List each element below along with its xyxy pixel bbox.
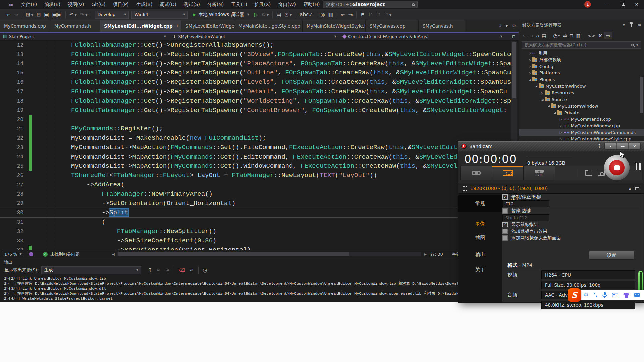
expanded-arrow-icon[interactable]: ◢: [534, 84, 539, 88]
code-line[interactable]: 15FGlobalTabmanager::Get()->RegisterTabS…: [0, 68, 511, 78]
solution-search-input[interactable]: 搜索解决方案资源管理器(Ctrl+;) ▼: [522, 41, 641, 49]
code-line[interactable]: 24MyCommandsList->MapAction(FMyCommands:…: [0, 153, 511, 162]
collapse-arrow-icon[interactable]: ▲: [629, 187, 631, 190]
previous-message-icon[interactable]: ↞: [155, 267, 163, 273]
menu-item[interactable]: 工具(T): [227, 0, 251, 9]
code-line[interactable]: 26TSharedRef<FTabManager::FLayout> LayOu…: [0, 171, 511, 180]
platform-select[interactable]: Win64▼: [131, 11, 188, 19]
menu-item[interactable]: 视图(V): [64, 0, 88, 9]
editor-horizontal-scrollbar[interactable]: [117, 252, 421, 256]
tab-device-recording[interactable]: HDMI: [524, 166, 555, 180]
bookmark-next-icon[interactable]: ⚐: [374, 12, 382, 18]
restore-button[interactable]: [614, 0, 629, 9]
nav-forward-icon[interactable]: →: [12, 12, 20, 18]
screenshot-camera-icon[interactable]: [598, 171, 605, 176]
configuration-select[interactable]: Develop▼: [95, 11, 129, 19]
scroll-left-arrow[interactable]: ◀: [112, 250, 115, 258]
redo-icon[interactable]: ↷▼: [78, 12, 89, 18]
collapsed-arrow-icon[interactable]: ▷: [528, 65, 532, 68]
code-line[interactable]: 12FGlobalTabmanager::Get()->UnregisterAl…: [0, 41, 511, 50]
code-line[interactable]: 19FGlobalTabmanager::Get()->RegisterTabS…: [0, 106, 511, 115]
save-icon[interactable]: ▣: [42, 12, 50, 18]
code-line[interactable]: 27->AddArea(: [0, 180, 511, 190]
collapsed-arrow-icon[interactable]: ▷: [528, 71, 532, 75]
record-stop-button[interactable]: [604, 155, 630, 180]
tree-item-MyCustomWindowCommands[interactable]: ▷++MyCustomWindowCommands: [519, 129, 644, 136]
tree-scrollbar-thumb[interactable]: [640, 77, 643, 113]
menu-item[interactable]: 编辑(E): [41, 0, 64, 9]
tree-item-MyCustomWindow[interactable]: ◢MyCustomWindow: [519, 103, 644, 110]
scrollbar-thumb[interactable]: [118, 252, 349, 256]
code-line[interactable]: 33->SetSizeCoefficient(0.86): [0, 236, 511, 246]
menu-item[interactable]: 测试(S): [180, 0, 204, 9]
code-line[interactable]: 17FGlobalTabmanager::Get()->RegisterTabS…: [0, 87, 511, 97]
tree-item-外部依赖项[interactable]: ▷外部依赖项: [519, 57, 644, 63]
keyboard-icon[interactable]: [612, 293, 618, 297]
new-file-icon[interactable]: ⊞▼: [24, 12, 35, 18]
collapsed-arrow-icon[interactable]: ▷: [559, 118, 564, 121]
chevron-down-icon[interactable]: ▼: [623, 23, 625, 28]
sidebar-item-录像[interactable]: 录像: [458, 219, 502, 228]
sync-active-document-icon[interactable]: ⇄: [561, 33, 568, 38]
nav-back-icon[interactable]: ←: [5, 12, 12, 18]
bookmark-prev-icon[interactable]: ⚐: [367, 12, 374, 18]
wrench-icon[interactable]: ⚒: [597, 33, 604, 38]
pin-icon[interactable]: [631, 24, 632, 27]
show-all-files-icon[interactable]: ▭: [604, 32, 612, 39]
home-icon[interactable]: ⌂: [535, 33, 540, 38]
select-cursor-icon[interactable]: ◎: [319, 12, 327, 18]
code-line[interactable]: 32FTabManager::NewSplitter(): [0, 227, 511, 236]
bandicam-minimize-button[interactable]: —: [617, 143, 629, 149]
tab-MyMainSlate...getStyle.cpp[interactable]: MyMainSlate...getStyle.cpp: [234, 20, 303, 32]
indent-decrease-icon[interactable]: ⇤: [339, 12, 347, 18]
pause-button[interactable]: [636, 163, 641, 170]
undo-icon[interactable]: ↶▼: [68, 12, 78, 18]
menu-item[interactable]: 分析(N): [204, 0, 227, 9]
code-line[interactable]: 20: [0, 115, 511, 124]
checkbox-checked[interactable]: ✓: [502, 222, 508, 227]
menu-item[interactable]: 文件(F): [17, 0, 41, 9]
tree-item-MyCustomWindow.cpp[interactable]: ▷++MyCustomWindow.cpp: [519, 123, 644, 129]
bandicam-minimize-small-button[interactable]: -: [605, 143, 617, 149]
help-button[interactable]: ?: [598, 143, 601, 149]
code-line[interactable]: 16FGlobalTabmanager::Get()->RegisterTabS…: [0, 78, 511, 87]
minimize-button[interactable]: —: [600, 0, 614, 9]
hot-reload-icon[interactable]: ↻▼: [260, 12, 271, 18]
output-source-select[interactable]: 生成 ▼: [41, 266, 141, 274]
sidebar-item-常规[interactable]: 常规: [458, 195, 502, 212]
code-line[interactable]: 25MyCommandsList->MapAction(FMyCommands:…: [0, 162, 511, 171]
bookmark-icon[interactable]: ⚑: [359, 12, 366, 18]
code-line[interactable]: 31(: [0, 218, 511, 227]
goto-message-icon[interactable]: ↧: [146, 267, 155, 273]
checkbox-unchecked[interactable]: [502, 229, 508, 234]
code-health-icon[interactable]: [29, 252, 33, 256]
bandicam-close-button[interactable]: ✕: [629, 143, 640, 149]
tab-overflow-icon[interactable]: «: [499, 23, 502, 28]
tab-SMyCanvas.h[interactable]: SMyCanvas.h: [419, 20, 465, 32]
code-line[interactable]: 23MyCommandsList->MapAction(FMyCommands:…: [0, 143, 511, 153]
settings-button[interactable]: 设置: [589, 251, 634, 260]
code-line[interactable]: 22MyCommandsList = MakeShareable(new FUI…: [0, 134, 511, 143]
start-debugging-button[interactable]: ▶本地 Windows 调试器▼: [193, 12, 249, 18]
notification-badge[interactable]: 1: [584, 1, 591, 8]
tree-item-Resources[interactable]: ▷Resources: [519, 89, 644, 96]
code-editor[interactable]: 12FGlobalTabmanager::Get()->UnregisterAl…: [0, 41, 511, 250]
recent-messages-icon[interactable]: ◷: [201, 267, 209, 273]
code-line[interactable]: 28FTabManager::NewPrimaryArea(): [0, 190, 511, 199]
breadcrumb-project[interactable]: SlateProject ▼: [0, 33, 169, 40]
tree-item-Private[interactable]: ◢Private: [519, 109, 644, 116]
tab-SMyLevelEditorWidget.h[interactable]: SMyLevelEditorWidget.h: [181, 20, 234, 32]
open-file-icon[interactable]: ⊟: [35, 12, 43, 18]
expanded-arrow-icon[interactable]: ◢: [552, 111, 557, 114]
tab-MyCommands.cpp[interactable]: MyCommands.cpp: [0, 20, 50, 32]
tab-MyMainSlateWidgetStyle.h[interactable]: MyMainSlateWidgetStyle.h: [303, 20, 366, 32]
code-line[interactable]: 34->SetOrientation(Orient_Horizontal): [0, 246, 511, 250]
switch-views-icon[interactable]: ▤: [540, 33, 547, 38]
bookmark-clear-icon[interactable]: ⚐▼: [382, 12, 393, 18]
code-line[interactable]: 13FGlobalTabmanager::Get()->RegisterTabS…: [0, 50, 511, 59]
window-mode-icon[interactable]: [635, 187, 639, 190]
menu-item[interactable]: Git(G): [88, 0, 109, 9]
close-button[interactable]: ✕: [629, 0, 644, 9]
punctuation-icon[interactable]: ’,: [594, 292, 597, 298]
collapsed-arrow-icon[interactable]: ▷: [528, 58, 532, 62]
